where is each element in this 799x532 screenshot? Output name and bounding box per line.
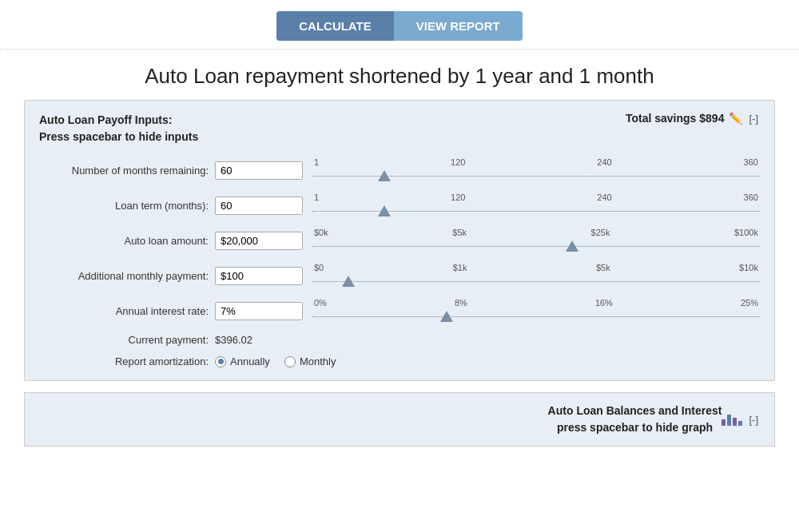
months-remaining-thumb[interactable] — [378, 170, 391, 181]
monthly-option[interactable]: Monthly — [284, 355, 336, 367]
loan-amount-input[interactable] — [215, 232, 303, 250]
additional-payment-slider-area: $0 $1k $5k $10k — [312, 260, 760, 291]
months-remaining-row: Number of months remaining: 1 120 240 36… — [39, 155, 760, 185]
additional-payment-row: Additional monthly payment: $0 $1k $5k $… — [39, 260, 760, 291]
loan-term-slider-area: 1 120 240 360 — [312, 190, 760, 220]
loan-amount-slider-area: $0k $5k $25k $100k — [312, 225, 760, 256]
loan-term-input[interactable] — [215, 197, 303, 215]
bar-chart-icon — [721, 413, 742, 426]
panel-header: Auto Loan Payoff Inputs: Press spacebar … — [39, 112, 760, 145]
amortization-radio-group: Annually Monthly — [215, 355, 336, 367]
view-report-tab[interactable]: VIEW REPORT — [394, 11, 523, 41]
loan-amount-slider-track[interactable] — [312, 239, 760, 253]
additional-payment-thumb[interactable] — [342, 276, 355, 287]
interest-rate-input[interactable] — [215, 302, 303, 320]
interest-rate-thumb[interactable] — [440, 311, 453, 322]
monthly-radio[interactable] — [284, 356, 296, 367]
bottom-panel: Auto Loan Balances and Interest press sp… — [24, 392, 775, 447]
months-remaining-label: Number of months remaining: — [39, 165, 215, 177]
interest-rate-slider-labels: 0% 8% 16% 25% — [312, 298, 760, 308]
savings-label: Total savings $894 — [626, 112, 724, 125]
loan-amount-thumb[interactable] — [566, 240, 578, 252]
calculate-tab[interactable]: CALCULATE — [276, 11, 394, 41]
amortization-row: Report amortization: Annually Monthly — [39, 355, 760, 367]
collapse-graph-button[interactable]: [-] — [747, 414, 760, 426]
current-payment-value: $396.02 — [215, 334, 252, 346]
current-payment-row: Current payment: $396.02 — [39, 334, 760, 346]
inputs-panel: Auto Loan Payoff Inputs: Press spacebar … — [24, 100, 775, 381]
panel-title: Auto Loan Payoff Inputs: Press spacebar … — [39, 112, 198, 145]
interest-rate-row: Annual interest rate: 0% 8% 16% 25% — [39, 296, 760, 326]
interest-rate-label: Annual interest rate: — [39, 305, 215, 317]
interest-rate-slider-area: 0% 8% 16% 25% — [312, 296, 760, 326]
page-title: Auto Loan repayment shortened by 1 year … — [0, 50, 799, 100]
loan-term-label: Loan term (months): — [39, 200, 215, 212]
months-remaining-slider-labels: 1 120 240 360 — [312, 157, 760, 167]
interest-rate-slider-track[interactable] — [312, 309, 760, 324]
additional-payment-input[interactable] — [215, 267, 303, 285]
annually-label: Annually — [230, 355, 270, 367]
loan-term-slider-track[interactable] — [312, 204, 760, 218]
months-remaining-slider-track[interactable] — [312, 169, 760, 183]
additional-payment-slider-labels: $0 $1k $5k $10k — [312, 263, 760, 272]
top-navigation: CALCULATE VIEW REPORT — [0, 0, 799, 50]
months-remaining-slider-area: 1 120 240 360 — [312, 155, 760, 185]
loan-term-thumb[interactable] — [378, 205, 391, 216]
additional-payment-slider-track[interactable] — [312, 274, 760, 288]
loan-term-slider-labels: 1 120 240 360 — [312, 193, 760, 202]
form-fields: Number of months remaining: 1 120 240 36… — [39, 155, 760, 367]
loan-amount-slider-labels: $0k $5k $25k $100k — [312, 228, 760, 237]
bottom-right-area: [-] — [721, 413, 760, 426]
current-payment-label: Current payment: — [39, 334, 215, 346]
edit-icon[interactable]: ✏️ — [729, 112, 742, 125]
annually-option[interactable]: Annually — [215, 355, 270, 367]
bottom-panel-title: Auto Loan Balances and Interest press sp… — [548, 403, 722, 436]
loan-term-row: Loan term (months): 1 120 240 360 — [39, 190, 760, 220]
months-remaining-input[interactable] — [215, 161, 303, 180]
amortization-label: Report amortization: — [39, 355, 215, 367]
loan-amount-label: Auto loan amount: — [39, 235, 215, 247]
additional-payment-label: Additional monthly payment: — [39, 270, 215, 282]
annually-radio[interactable] — [215, 356, 226, 367]
collapse-inputs-button[interactable]: [-] — [747, 113, 760, 125]
loan-amount-row: Auto loan amount: $0k $5k $25k $100k — [39, 225, 760, 256]
monthly-label: Monthly — [300, 355, 336, 367]
savings-area: Total savings $894 ✏️ [-] — [626, 112, 760, 125]
